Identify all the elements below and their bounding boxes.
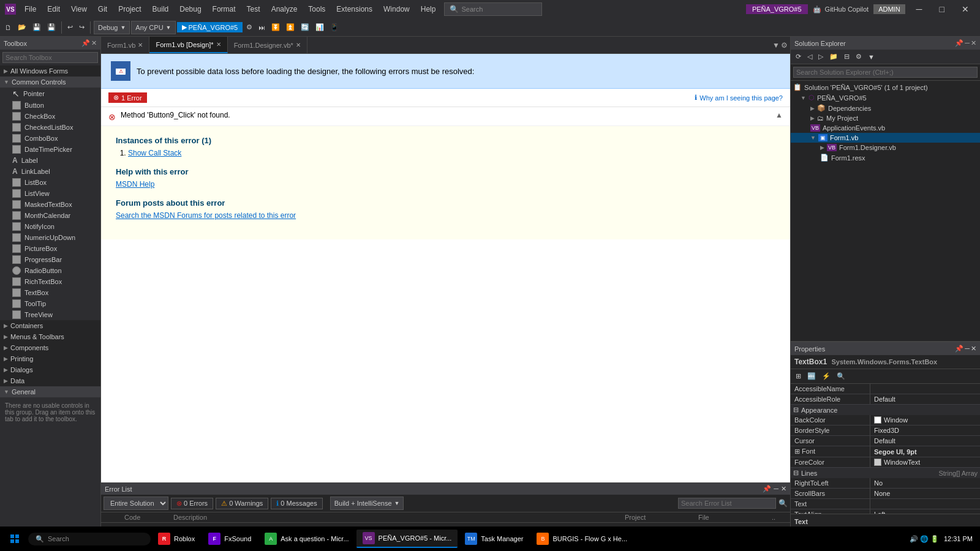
tab-close-icon[interactable]: ✕	[216, 41, 221, 48]
prop-value[interactable]: Default	[870, 436, 980, 446]
tree-form1-resx[interactable]: 📄 Form1.resx	[791, 152, 980, 163]
toolbox-pin-icon[interactable]: 📌	[81, 39, 90, 47]
prop-value[interactable]: None	[870, 489, 980, 498]
props-categorized-icon[interactable]: ⊞	[793, 371, 804, 381]
toolbox-item-picturebox[interactable]: PictureBox	[0, 243, 100, 254]
msdn-help-link[interactable]: MSDN Help	[116, 180, 154, 189]
toolbox-item-linklabel[interactable]: A LinkLabel	[0, 166, 100, 177]
menu-edit[interactable]: Edit	[42, 2, 65, 16]
toolbox-item-listbox[interactable]: ListBox	[0, 177, 100, 188]
devices-button[interactable]: 📱	[328, 22, 341, 32]
forum-link[interactable]: Search the MSDN Forums for posts related…	[116, 211, 296, 220]
prop-value[interactable]: Default	[870, 394, 980, 404]
menu-window[interactable]: Window	[379, 2, 415, 16]
tab-form1vb[interactable]: Form1.vb ✕	[101, 37, 149, 53]
menu-file[interactable]: File	[20, 2, 41, 16]
performance-button[interactable]: 📊	[313, 22, 326, 32]
tree-application-events[interactable]: VB ApplicationEvents.vb	[791, 123, 980, 133]
debug-mode-dropdown[interactable]: Debug ▼	[94, 21, 130, 34]
titlebar-search-box[interactable]: 🔍 Search	[444, 2, 542, 16]
tree-form1[interactable]: ▼ ▣ Form1.vb	[791, 133, 980, 143]
tree-form1-designer[interactable]: ▶ VB Form1.Designer.vb	[791, 143, 980, 152]
toolbox-item-tooltip[interactable]: ToolTip	[0, 298, 100, 309]
menu-build[interactable]: Build	[148, 2, 174, 16]
se-pin-icon[interactable]: 📌	[955, 39, 963, 47]
build-filter-dropdown[interactable]: Build + IntelliSense ▼	[330, 497, 404, 510]
toolbox-item-label[interactable]: A Label	[0, 155, 100, 166]
menu-test[interactable]: Test	[242, 2, 265, 16]
toolbox-item-radiobutton[interactable]: RadioButton	[0, 265, 100, 276]
prop-value[interactable]: Fixed3D	[870, 425, 980, 435]
tree-project[interactable]: ▼ ⬡ PEÑA_VGRO#5	[791, 92, 980, 103]
toolbox-item-treeview[interactable]: TreeView	[0, 309, 100, 320]
scope-dropdown[interactable]: Entire Solution	[104, 497, 168, 510]
toolbox-item-listview[interactable]: ListView	[0, 188, 100, 199]
restore-button[interactable]: □	[933, 2, 951, 17]
menu-project[interactable]: Project	[113, 2, 146, 16]
section-dialogs[interactable]: ▶ Dialogs	[0, 364, 100, 375]
error-list-minimize-icon[interactable]: ─	[774, 485, 778, 493]
menu-analyze[interactable]: Analyze	[266, 2, 303, 16]
why-link[interactable]: ℹ Why am I seeing this page?	[695, 94, 783, 102]
se-settings-button[interactable]: ⚙	[853, 51, 864, 62]
se-minimize-icon[interactable]: ─	[965, 39, 970, 47]
section-menus-toolbars[interactable]: ▶ Menus & Toolbars	[0, 331, 100, 342]
menu-tools[interactable]: Tools	[303, 2, 330, 16]
save-button[interactable]: 💾	[30, 22, 43, 32]
toolbox-item-textbox[interactable]: TextBox	[0, 287, 100, 298]
props-minimize-icon[interactable]: ─	[965, 345, 970, 353]
section-printing[interactable]: ▶ Printing	[0, 353, 100, 364]
se-sync-button[interactable]: ⟳	[793, 51, 804, 62]
start-button[interactable]	[2, 527, 27, 551]
toolbox-item-progressbar[interactable]: ProgressBar	[0, 254, 100, 265]
error-list-pin-icon[interactable]: 📌	[763, 485, 771, 493]
toolbox-search-input[interactable]	[2, 52, 98, 63]
start-button[interactable]: ▶ PEÑA_VGRO#5	[177, 22, 243, 32]
taskbar-roblox[interactable]: R Roblox	[152, 530, 201, 547]
section-data[interactable]: ▶ Data	[0, 375, 100, 386]
toolbox-item-checkbox[interactable]: CheckBox	[0, 111, 100, 122]
section-common-controls[interactable]: ▼ Common Controls	[0, 77, 100, 88]
warnings-filter-button[interactable]: ⚠ 0 Warnings	[216, 498, 268, 509]
se-filter-button[interactable]: ▼	[865, 51, 877, 62]
messages-filter-button[interactable]: ℹ 0 Messages	[271, 498, 322, 509]
section-general[interactable]: ▼ General	[0, 386, 100, 397]
section-all-windows-forms[interactable]: ▶ All Windows Forms	[0, 66, 100, 77]
redo-button[interactable]: ↪	[77, 22, 87, 32]
section-components[interactable]: ▶ Components	[0, 342, 100, 353]
open-button[interactable]: 📂	[15, 22, 29, 32]
toolbox-item-richtextbox[interactable]: RichTextBox	[0, 276, 100, 287]
show-call-stack-link[interactable]: Show Call Stack	[128, 149, 181, 157]
taskbar-fxsound[interactable]: F FxSound	[202, 530, 257, 547]
toolbox-item-button[interactable]: Button	[0, 100, 100, 111]
toolbox-item-monthcalendar[interactable]: MonthCalendar	[0, 210, 100, 221]
toolbox-item-notifyicon[interactable]: NotifyIcon	[0, 221, 100, 232]
toolbox-item-datetimepicker[interactable]: DateTimePicker	[0, 144, 100, 155]
run-to-cursor-button[interactable]: 🔄	[298, 22, 312, 32]
taskbar-burgis[interactable]: B BURGIS - Flow G x He...	[530, 530, 633, 547]
error-list-search-input[interactable]	[678, 498, 776, 509]
tree-dependencies[interactable]: ▶ 📦 Dependencies	[791, 103, 980, 113]
tabs-dropdown-icon[interactable]: ▼	[772, 41, 780, 50]
cpu-dropdown[interactable]: Any CPU ▼	[131, 21, 175, 34]
toolbox-item-combobox[interactable]: ComboBox	[0, 133, 100, 144]
se-back-button[interactable]: ◁	[805, 51, 815, 62]
tab-close-icon[interactable]: ✕	[138, 42, 143, 48]
solution-search-input[interactable]	[793, 67, 978, 78]
toolbox-item-numericupdown[interactable]: NumericUpDown	[0, 232, 100, 243]
props-events-icon[interactable]: ⚡	[820, 371, 833, 381]
menu-git[interactable]: Git	[93, 2, 112, 16]
prop-value[interactable]: Left	[870, 509, 980, 514]
taskbar-vs[interactable]: VS PEÑA_VGRO#5 - Micr...	[356, 530, 458, 548]
prop-value[interactable]: WindowText	[870, 457, 980, 467]
section-containers[interactable]: ▶ Containers	[0, 320, 100, 331]
se-close-icon[interactable]: ✕	[971, 39, 976, 47]
menu-view[interactable]: View	[66, 2, 92, 16]
menu-help[interactable]: Help	[416, 2, 441, 16]
undo-button[interactable]: ↩	[65, 22, 75, 32]
error-collapse-icon[interactable]: ▲	[775, 111, 783, 119]
step-over-button[interactable]: ⏭	[256, 23, 268, 32]
prop-group-appearance[interactable]: ⊟ Appearance	[791, 405, 980, 415]
minimize-button[interactable]: ─	[910, 2, 929, 17]
save-all-button[interactable]: 💾	[45, 22, 58, 32]
